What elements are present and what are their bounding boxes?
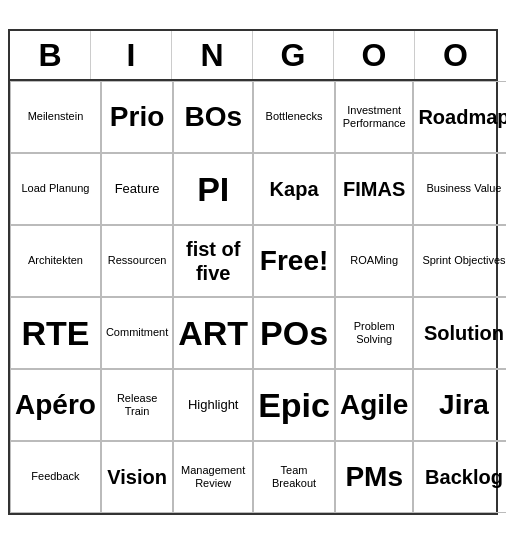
bingo-header: B I N G O O — [10, 31, 496, 81]
cell-r1-c1: Feature — [101, 153, 173, 225]
cell-r1-c3: Kapa — [253, 153, 335, 225]
cell-r0-c0: Meilenstein — [10, 81, 101, 153]
cell-r3-c1: Commitment — [101, 297, 173, 369]
cell-r5-c0: Feedback — [10, 441, 101, 513]
cell-r5-c2: Management Review — [173, 441, 253, 513]
cell-r1-c2: PI — [173, 153, 253, 225]
cell-r2-c4: ROAMing — [335, 225, 413, 297]
bingo-grid: MeilensteinPrioBOsBottlenecksInvestment … — [10, 81, 496, 513]
cell-r0-c3: Bottlenecks — [253, 81, 335, 153]
cell-r4-c3: Epic — [253, 369, 335, 441]
cell-r0-c4: Investment Performance — [335, 81, 413, 153]
letter-i: I — [91, 31, 172, 79]
letter-b: B — [10, 31, 91, 79]
cell-r1-c5: Business Value — [413, 153, 506, 225]
letter-g: G — [253, 31, 334, 79]
cell-r2-c1: Ressourcen — [101, 225, 173, 297]
cell-r3-c5: Solution — [413, 297, 506, 369]
cell-r0-c1: Prio — [101, 81, 173, 153]
bingo-card: B I N G O O MeilensteinPrioBOsBottleneck… — [8, 29, 498, 515]
cell-r0-c2: BOs — [173, 81, 253, 153]
cell-r2-c2: fist of five — [173, 225, 253, 297]
cell-r5-c4: PMs — [335, 441, 413, 513]
cell-r5-c1: Vision — [101, 441, 173, 513]
cell-r4-c4: Agile — [335, 369, 413, 441]
cell-r2-c3: Free! — [253, 225, 335, 297]
cell-r3-c0: RTE — [10, 297, 101, 369]
cell-r0-c5: Roadmap — [413, 81, 506, 153]
cell-r5-c5: Backlog — [413, 441, 506, 513]
cell-r2-c5: Sprint Objectives — [413, 225, 506, 297]
cell-r1-c0: Load Planung — [10, 153, 101, 225]
cell-r1-c4: FIMAS — [335, 153, 413, 225]
cell-r4-c1: Release Train — [101, 369, 173, 441]
cell-r4-c5: Jira — [413, 369, 506, 441]
cell-r4-c0: Apéro — [10, 369, 101, 441]
cell-r5-c3: Team Breakout — [253, 441, 335, 513]
cell-r2-c0: Architekten — [10, 225, 101, 297]
cell-r4-c2: Highlight — [173, 369, 253, 441]
cell-r3-c4: Problem Solving — [335, 297, 413, 369]
letter-o2: O — [415, 31, 496, 79]
letter-o1: O — [334, 31, 415, 79]
letter-n: N — [172, 31, 253, 79]
cell-r3-c2: ART — [173, 297, 253, 369]
cell-r3-c3: POs — [253, 297, 335, 369]
